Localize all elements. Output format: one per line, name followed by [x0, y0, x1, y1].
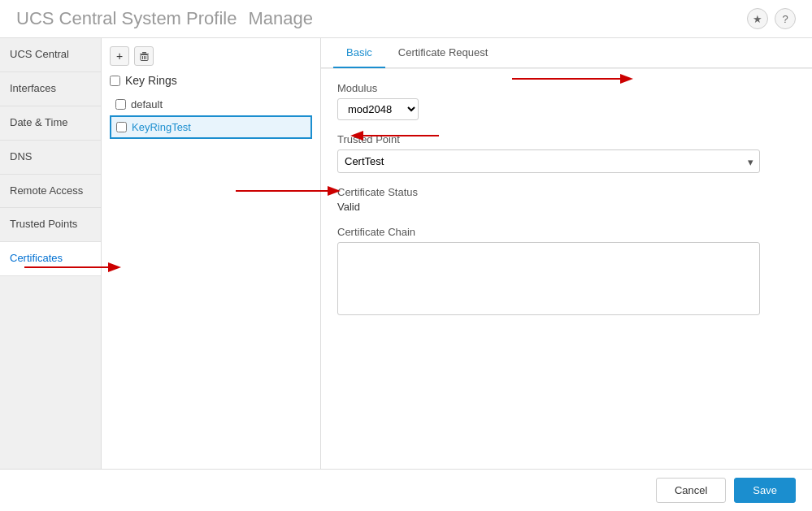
tabs: Basic Certificate Request — [321, 38, 812, 68]
page-title: UCS Central System Profile Manage — [16, 8, 313, 29]
cert-chain-box — [337, 242, 760, 315]
modulus-select[interactable]: mod512 mod1024 mod2048 — [337, 98, 419, 120]
sidebar-item-remote-access[interactable]: Remote Access — [0, 175, 101, 209]
title-sub: Manage — [249, 8, 314, 28]
title-main: UCS Central System Profile — [16, 8, 237, 28]
trusted-point-label: Trusted Point — [337, 133, 796, 145]
cert-status-value: Valid — [337, 201, 360, 213]
sidebar-item-date-time[interactable]: Date & Time — [0, 106, 101, 141]
top-bar-icons: ★ ? — [747, 8, 796, 29]
sidebar-item-ucs-central[interactable]: UCS Central — [0, 38, 101, 72]
star-icon[interactable]: ★ — [747, 8, 768, 29]
top-bar: UCS Central System Profile Manage ★ ? — [0, 0, 812, 38]
cert-chain-label: Certificate Chain — [337, 226, 796, 238]
left-panel: + Key Rings default — [102, 38, 321, 503]
list-item-default[interactable]: default — [110, 93, 312, 115]
cert-status-group: Certificate Status Valid — [337, 186, 796, 213]
delete-button[interactable] — [134, 46, 154, 66]
cancel-button[interactable]: Cancel — [656, 478, 726, 503]
trash-icon — [139, 51, 150, 62]
trusted-point-group: Trusted Point CertTest — [337, 133, 796, 173]
add-button[interactable]: + — [110, 46, 129, 66]
modulus-group: Modulus mod512 mod1024 mod2048 — [337, 82, 796, 120]
form-content: Modulus mod512 mod1024 mod2048 Trusted P… — [321, 69, 812, 341]
help-icon[interactable]: ? — [775, 8, 796, 29]
list-item-keyringtest[interactable]: KeyRingTest — [110, 115, 312, 139]
main-layout: UCS Central Interfaces Date & Time DNS R… — [0, 38, 812, 503]
sidebar-item-dns[interactable]: DNS — [0, 141, 101, 175]
key-rings-checkbox[interactable] — [110, 76, 120, 86]
sidebar-item-trusted-points[interactable]: Trusted Points — [0, 208, 101, 242]
save-button[interactable]: Save — [734, 478, 796, 503]
tab-basic[interactable]: Basic — [333, 38, 385, 68]
toolbar: + — [110, 46, 312, 66]
sidebar: UCS Central Interfaces Date & Time DNS R… — [0, 38, 102, 503]
keyringtest-checkbox[interactable] — [116, 122, 127, 132]
cert-status-label: Certificate Status — [337, 186, 796, 198]
bottom-bar: Cancel Save — [0, 469, 812, 511]
sidebar-item-certificates[interactable]: Certificates — [0, 242, 101, 276]
right-panel: Basic Certificate Request Modulus mod512… — [321, 38, 812, 503]
cert-chain-group: Certificate Chain — [337, 226, 796, 315]
svg-rect-1 — [142, 52, 146, 54]
trusted-point-select[interactable]: CertTest — [337, 149, 760, 173]
content-area: + Key Rings default — [102, 38, 812, 503]
modulus-label: Modulus — [337, 82, 796, 94]
default-checkbox[interactable] — [115, 99, 126, 110]
sidebar-item-interfaces[interactable]: Interfaces — [0, 72, 101, 106]
key-rings-title: Key Rings — [110, 74, 312, 87]
trusted-point-wrapper: CertTest — [337, 149, 760, 173]
tab-certificate-request[interactable]: Certificate Request — [385, 38, 502, 68]
svg-rect-0 — [140, 54, 149, 54]
